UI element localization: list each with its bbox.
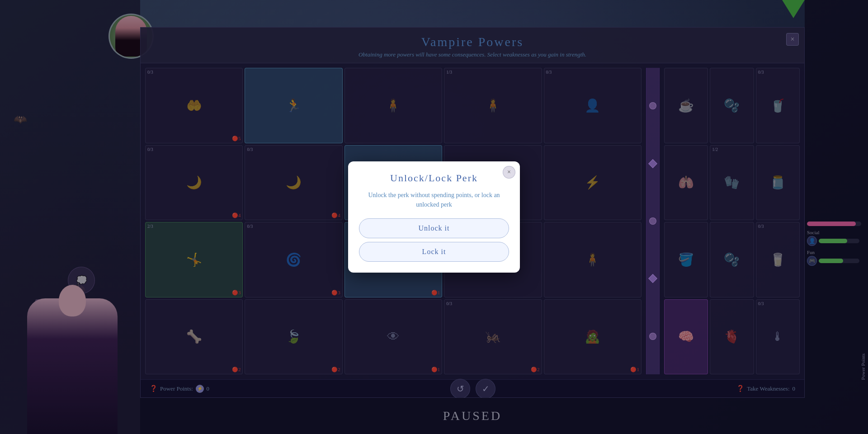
- modal-close-button[interactable]: ×: [503, 166, 515, 179]
- lock-button[interactable]: Lock it: [359, 242, 509, 262]
- modal-description: Unlock the perk without spending points,…: [359, 190, 509, 209]
- unlock-button[interactable]: Unlock it: [359, 218, 509, 238]
- modal-title: Unlock/Lock Perk: [359, 172, 509, 184]
- modal-overlay: × Unlock/Lock Perk Unlock the perk witho…: [0, 0, 868, 434]
- modal-dialog: × Unlock/Lock Perk Unlock the perk witho…: [348, 161, 520, 273]
